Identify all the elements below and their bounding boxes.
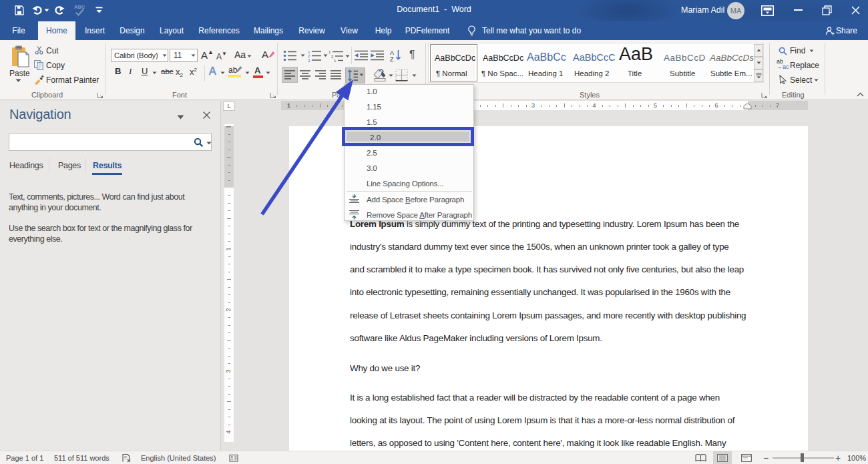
svg-text:2: 2	[308, 54, 310, 58]
svg-text:A: A	[390, 49, 394, 56]
svg-text:1: 1	[334, 59, 337, 62]
svg-text:1: 1	[308, 50, 310, 54]
svg-text:3: 3	[308, 59, 310, 63]
svg-text:1: 1	[329, 50, 331, 54]
svg-text:2: 2	[331, 55, 334, 59]
svg-text:Z: Z	[390, 56, 394, 63]
